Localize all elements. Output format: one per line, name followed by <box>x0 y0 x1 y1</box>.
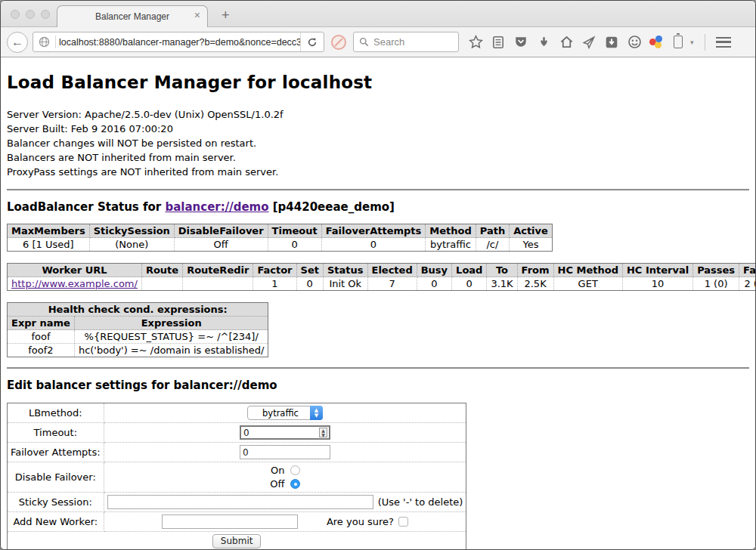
expr-name-cell: foof <box>8 330 75 344</box>
toolbar-divider <box>705 34 705 51</box>
tab-balancer-manager[interactable]: Balancer Manager × <box>57 5 208 27</box>
form-row-add-worker: Add New Worker: Are you sure? <box>8 512 466 532</box>
table-cell: 2 (0) <box>739 277 755 291</box>
back-button[interactable]: ← <box>7 32 28 53</box>
search-placeholder: Search <box>373 36 404 48</box>
lbmethod-select[interactable]: bytraffic ▲▼ <box>247 406 323 420</box>
col-header: Worker URL <box>8 264 142 277</box>
col-header: Method <box>426 224 476 238</box>
sticky-session-label: Sticky Session: <box>8 493 104 512</box>
table-cell <box>183 277 253 291</box>
table-cell: 0 <box>452 277 487 291</box>
menu-hamburger-icon[interactable] <box>716 35 731 50</box>
submit-button[interactable]: Submit <box>212 534 262 548</box>
send-plane-icon[interactable] <box>581 35 596 50</box>
grid-addon-icon[interactable] <box>739 36 752 49</box>
sticky-session-input[interactable] <box>107 495 373 509</box>
table-cell: 0 <box>296 277 323 291</box>
persist-note-line: Balancer changes will NOT be persisted o… <box>7 136 749 150</box>
form-row-failover-attempts: Failover Attempts: <box>8 443 466 462</box>
status-heading-suffix: [p4420eeae_demo] <box>269 200 395 214</box>
reload-icon[interactable] <box>300 32 324 51</box>
col-header: Set <box>296 264 323 277</box>
worker-url-link[interactable]: http://www.example.com/ <box>11 278 138 289</box>
server-built-line: Server Built: Feb 9 2016 07:00:20 <box>7 122 749 136</box>
bookmark-star-icon[interactable] <box>468 35 483 50</box>
add-worker-input[interactable] <box>162 514 298 529</box>
failover-attempts-input[interactable] <box>240 445 330 459</box>
url-bar[interactable]: localhost:8880/balancer-manager?b=demo&n… <box>33 32 324 52</box>
table-cell: (None) <box>89 238 174 252</box>
minimize-window-button[interactable] <box>26 10 35 19</box>
balancer-params-table: MaxMembers StickySession DisableFailover… <box>7 224 553 252</box>
site-identity-globe-icon[interactable] <box>33 36 55 48</box>
col-header: Busy <box>417 264 451 277</box>
server-version-line: Server Version: Apache/2.5.0-dev (Unix) … <box>7 107 749 122</box>
table-cell: Off <box>174 238 268 252</box>
col-header: FailoverAttempts <box>321 224 426 238</box>
table-cell <box>141 277 182 291</box>
downloads-icon[interactable] <box>536 35 551 50</box>
lbmethod-selected-value: bytraffic <box>248 408 310 419</box>
table-cell: GET <box>553 277 622 291</box>
edit-balancer-heading: Edit balancer settings for balancer://de… <box>7 379 749 392</box>
table-cell: 7 <box>367 277 417 291</box>
lbmethod-label: LBmethod: <box>8 403 104 423</box>
table-row: foof2 hc('body') =~ /domain is establish… <box>8 344 268 357</box>
tab-close-icon[interactable]: × <box>194 10 200 20</box>
are-you-sure-label: Are you sure? <box>327 516 394 527</box>
browser-window: Balancer Manager × + ← localhost:8880/ba… <box>0 0 756 550</box>
tab-bar: Balancer Manager × + <box>1 1 755 26</box>
disable-failover-on-radio[interactable] <box>290 465 300 475</box>
close-window-button[interactable] <box>11 10 20 19</box>
form-row-disable-failover: Disable Failover: On Off <box>8 462 466 493</box>
on-radio-label: On <box>271 465 284 476</box>
timeout-input[interactable] <box>240 425 330 440</box>
col-header: Route <box>141 264 182 277</box>
col-header: Load <box>452 264 487 277</box>
disable-failover-off-radio[interactable] <box>290 479 300 489</box>
content-blocked-icon[interactable] <box>331 35 346 50</box>
col-header: Path <box>476 224 509 238</box>
page-title: Load Balancer Manager for localhost <box>7 73 749 92</box>
search-bar[interactable]: Search <box>353 32 459 52</box>
colored-dots-addon-icon[interactable] <box>649 36 663 49</box>
home-icon[interactable] <box>559 35 574 50</box>
new-tab-button[interactable]: + <box>217 8 234 23</box>
number-spinner-icon[interactable]: ▲▼ <box>319 428 327 437</box>
section-divider <box>7 367 749 369</box>
health-table-title: Health check cond. expressions: <box>8 303 268 317</box>
add-worker-label: Add New Worker: <box>8 512 104 532</box>
reading-list-icon[interactable] <box>491 35 506 50</box>
col-header: MaxMembers <box>8 224 90 238</box>
save-box-icon[interactable] <box>604 35 619 50</box>
status-heading-prefix: LoadBalancer Status for <box>7 200 165 214</box>
table-row: 6 [1 Used] (None) Off 0 0 bytraffic /c/ … <box>8 238 553 252</box>
pocket-icon[interactable] <box>513 35 528 50</box>
zoom-window-button[interactable] <box>41 10 50 19</box>
off-radio-label: Off <box>270 478 284 490</box>
balancer-demo-link[interactable]: balancer://demo <box>165 200 268 214</box>
form-row-timeout: Timeout: ▲▼ <box>8 423 466 443</box>
url-text[interactable]: localhost:8880/balancer-manager?b=demo&n… <box>56 37 300 48</box>
toolbar-icons: ▾ <box>468 34 752 51</box>
col-header: Factor <box>253 264 296 277</box>
battery-addon-icon[interactable] <box>671 35 686 50</box>
col-header: Fails <box>739 264 755 277</box>
failover-attempts-label: Failover Attempts: <box>8 443 104 462</box>
expression-cell: %{REQUEST_STATUS} =~ /^[234]/ <box>74 330 268 344</box>
overflow-caret-icon[interactable]: ▾ <box>690 39 694 46</box>
search-icon <box>359 37 369 47</box>
edit-balancer-form: LBmethod: bytraffic ▲▼ Timeout: ▲▼ <box>7 403 466 549</box>
col-header: From <box>517 264 553 277</box>
col-header: DisableFailover <box>174 224 268 238</box>
feedback-smiley-icon[interactable] <box>627 35 642 50</box>
are-you-sure-checkbox[interactable] <box>398 517 408 527</box>
col-header: RouteRedir <box>183 264 253 277</box>
inherit-note-line: Balancers are NOT inherited from main se… <box>7 150 749 165</box>
table-cell: 3.1K <box>487 277 517 291</box>
window-controls[interactable] <box>11 10 50 19</box>
table-row: http://www.example.com/ 1 0 Init Ok 7 0 … <box>8 277 756 291</box>
proxypass-note-line: ProxyPass settings are NOT inherited fro… <box>7 165 749 179</box>
expression-cell: hc('body') =~ /domain is established/ <box>74 344 268 357</box>
